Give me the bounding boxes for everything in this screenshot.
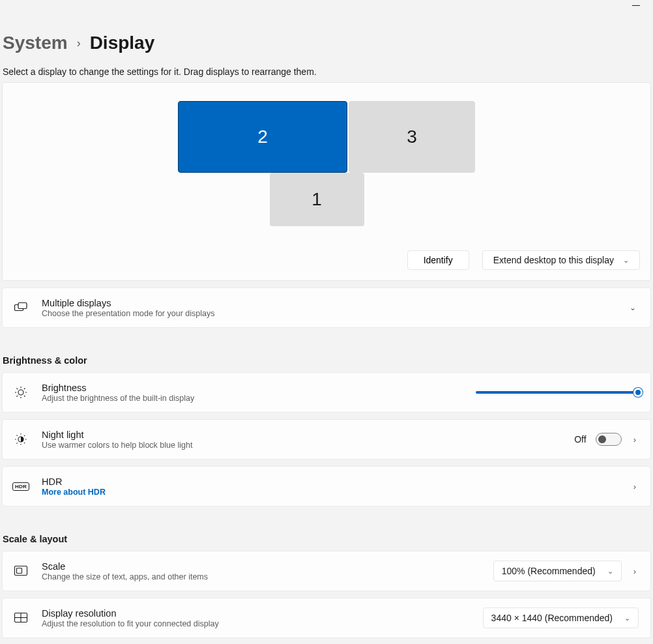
- svg-line-10: [24, 388, 25, 390]
- svg-line-17: [24, 443, 25, 444]
- brightness-title: Brightness: [42, 383, 461, 393]
- hdr-icon: HDR: [14, 480, 27, 493]
- night-light-toggle[interactable]: [596, 433, 622, 446]
- display-tile-2[interactable]: 2: [178, 101, 347, 173]
- breadcrumb-parent[interactable]: System: [3, 33, 68, 53]
- display-tile-3[interactable]: 3: [349, 101, 475, 173]
- svg-rect-1: [18, 303, 27, 309]
- multiple-displays-sub: Choose the presentation mode for your di…: [42, 309, 613, 318]
- minimize-icon[interactable]: [632, 5, 640, 6]
- chevron-down-icon: ⌄: [607, 567, 613, 576]
- night-light-row[interactable]: Night light Use warmer colors to help bl…: [2, 419, 651, 460]
- svg-line-7: [17, 388, 18, 390]
- resolution-sub: Adjust the resolution to fit your connec…: [42, 619, 469, 628]
- arrange-help-text: Select a display to change the settings …: [3, 66, 653, 77]
- multiple-displays-title: Multiple displays: [42, 298, 613, 308]
- hdr-more-link[interactable]: More about HDR: [42, 488, 617, 497]
- chevron-down-icon: ⌄: [623, 256, 629, 265]
- display-mode-dropdown[interactable]: Extend desktop to this display ⌄: [482, 250, 640, 270]
- scale-icon: [14, 564, 27, 578]
- night-light-state-label: Off: [574, 434, 586, 445]
- svg-rect-21: [17, 568, 22, 574]
- svg-line-8: [24, 396, 25, 397]
- brightness-slider[interactable]: [476, 391, 639, 394]
- breadcrumb: System › Display: [0, 0, 653, 53]
- resolution-row: Display resolution Adjust the resolution…: [2, 598, 651, 638]
- page-title: Display: [90, 33, 155, 53]
- sun-icon: [14, 386, 27, 399]
- resolution-title: Display resolution: [42, 608, 469, 619]
- chevron-down-icon: ⌄: [624, 614, 630, 622]
- identify-button[interactable]: Identify: [407, 250, 469, 270]
- resolution-value: 3440 × 1440 (Recommended): [491, 613, 613, 623]
- multiple-displays-row[interactable]: Multiple displays Choose the presentatio…: [2, 287, 651, 328]
- scale-title: Scale: [42, 561, 479, 572]
- night-light-title: Night light: [42, 430, 560, 440]
- chevron-right-icon: ›: [77, 37, 81, 50]
- svg-line-18: [17, 443, 18, 444]
- display-tile-1[interactable]: 1: [270, 173, 364, 226]
- brightness-slider-thumb[interactable]: [633, 388, 643, 397]
- resolution-icon: [14, 611, 27, 624]
- scale-dropdown[interactable]: 100% (Recommended) ⌄: [493, 561, 622, 581]
- displays-icon: [14, 301, 27, 314]
- section-brightness-color: Brightness & color: [3, 355, 653, 366]
- svg-line-19: [24, 435, 25, 437]
- night-light-sub: Use warmer colors to help block blue lig…: [42, 441, 560, 450]
- brightness-row: Brightness Adjust the brightness of the …: [2, 372, 651, 413]
- chevron-right-icon[interactable]: ›: [631, 432, 639, 447]
- chevron-right-icon[interactable]: ›: [631, 564, 639, 579]
- scale-value: 100% (Recommended): [502, 566, 596, 576]
- brightness-sub: Adjust the brightness of the built-in di…: [42, 394, 461, 403]
- chevron-right-icon[interactable]: ›: [631, 479, 639, 494]
- hdr-row[interactable]: HDR HDR More about HDR ›: [2, 466, 651, 506]
- display-arrange-area[interactable]: 2 3 1 Identify Extend desktop to this di…: [2, 82, 651, 281]
- svg-line-9: [17, 396, 18, 397]
- display-mode-value: Extend desktop to this display: [493, 255, 614, 265]
- scale-row[interactable]: Scale Change the size of text, apps, and…: [2, 551, 651, 591]
- scale-sub: Change the size of text, apps, and other…: [42, 572, 479, 581]
- svg-line-16: [17, 435, 18, 437]
- section-scale-layout: Scale & layout: [3, 534, 653, 544]
- hdr-title: HDR: [42, 476, 617, 487]
- resolution-dropdown[interactable]: 3440 × 1440 (Recommended) ⌄: [483, 607, 639, 628]
- expand-icon[interactable]: ⌄: [627, 300, 639, 315]
- svg-point-2: [18, 390, 23, 395]
- night-light-icon: [14, 433, 27, 446]
